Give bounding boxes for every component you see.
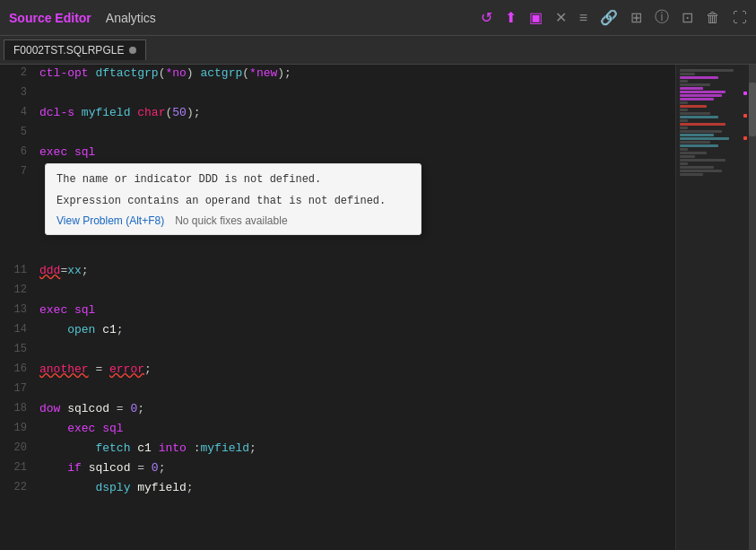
line-number: 3 <box>0 84 36 99</box>
upload-icon[interactable]: ⬆ <box>505 9 517 26</box>
line-content <box>36 380 675 396</box>
info-icon[interactable]: ⓘ <box>655 8 669 27</box>
line-number: 15 <box>0 341 36 355</box>
line-number: 14 <box>0 321 36 336</box>
line-content: ddd=xx; <box>36 262 675 277</box>
source-editor-tab[interactable]: Source Editor <box>9 11 91 25</box>
trash-icon[interactable]: 🗑 <box>706 10 720 26</box>
link-icon[interactable]: 🔗 <box>600 9 618 26</box>
line-content: ctl-opt dftactgrp(*no) actgrp(*new); <box>36 65 675 80</box>
file-tab[interactable]: F0002TST.SQLRPGLE <box>4 39 146 60</box>
line-content: dcl-s myfield char(50); <box>36 104 675 119</box>
line-content: exec sql <box>36 144 675 159</box>
line-number: 7 <box>0 163 36 178</box>
minimap-scroll-thumb[interactable] <box>749 83 756 136</box>
view-problem-link[interactable]: View Problem (Alt+F8) <box>56 214 164 227</box>
line-content: another = error; <box>36 361 675 376</box>
table-row: 6 exec sql <box>0 144 675 163</box>
add-panel-icon[interactable]: ⊡ <box>682 9 693 26</box>
line-content <box>36 84 675 100</box>
minimap-error-3 <box>743 136 747 140</box>
code-editor[interactable]: 2 ctl-opt dftactgrp(*no) actgrp(*new); 3… <box>0 65 675 550</box>
line-content: open c1; <box>36 321 675 336</box>
main-content: 2 ctl-opt dftactgrp(*no) actgrp(*new); 3… <box>0 65 756 550</box>
line-content: exec sql <box>36 420 675 435</box>
minimap-error-2 <box>743 114 747 118</box>
error-message-1: The name or indicator DDD is not defined… <box>56 171 410 188</box>
error-tooltip-container: 7 The name or indicator DDD is not defin… <box>0 163 675 262</box>
table-row: 11 ddd=xx; <box>0 262 675 282</box>
line-number: 4 <box>0 104 36 118</box>
line-number: 21 <box>0 459 36 474</box>
line-content: dow sqlcod = 0; <box>36 400 675 415</box>
topbar: Source Editor Analytics ↺ ⬆ ▣ ✕ ≡ 🔗 ⊞ ⓘ … <box>0 0 756 36</box>
tab-label: F0002TST.SQLRPGLE <box>13 44 124 57</box>
line-number: 16 <box>0 361 36 375</box>
minimap-error-1 <box>743 92 747 95</box>
code-lines: 2 ctl-opt dftactgrp(*no) actgrp(*new); 3… <box>0 65 675 550</box>
tooltip-footer: View Problem (Alt+F8) No quick fixes ava… <box>56 214 410 227</box>
table-row: 22 dsply myfield; <box>0 479 675 499</box>
close-x-icon[interactable]: ✕ <box>555 9 567 26</box>
menu-icon[interactable]: ≡ <box>579 10 587 26</box>
table-row: 13 exec sql <box>0 301 675 321</box>
table-row: 12 <box>0 282 675 301</box>
tab-modified-indicator <box>129 47 136 54</box>
table-row: 3 <box>0 84 675 104</box>
minimap-scrollbar[interactable] <box>749 65 756 550</box>
line-content: fetch c1 into :myfield; <box>36 440 675 455</box>
line-number: 22 <box>0 479 36 493</box>
save-icon[interactable]: ▣ <box>529 9 543 26</box>
line-number: 6 <box>0 144 36 158</box>
line-number: 5 <box>0 124 36 138</box>
no-quick-fix-text: No quick fixes available <box>175 214 287 227</box>
table-row: 14 open c1; <box>0 321 675 341</box>
line-number: 11 <box>0 262 36 276</box>
table-row: 21 if sqlcod = 0; <box>0 459 675 479</box>
line-number: 18 <box>0 400 36 415</box>
line-number: 19 <box>0 420 36 434</box>
line-number: 12 <box>0 282 36 296</box>
tab-bar: F0002TST.SQLRPGLE <box>0 36 756 65</box>
table-row: 18 dow sqlcod = 0; <box>0 400 675 420</box>
error-message-2: Expression contains an operand that is n… <box>56 193 410 209</box>
line-number: 17 <box>0 380 36 395</box>
table-row: 17 <box>0 380 675 400</box>
line-content: exec sql <box>36 301 675 317</box>
table-row: 4 dcl-s myfield char(50); <box>0 104 675 124</box>
line-number: 13 <box>0 301 36 316</box>
table-row: 20 fetch c1 into :myfield; <box>0 440 675 459</box>
table-row: 15 <box>0 341 675 361</box>
table-row: 2 ctl-opt dftactgrp(*no) actgrp(*new); <box>0 65 675 84</box>
line-number: 20 <box>0 440 36 454</box>
line-content: dsply myfield; <box>36 479 675 494</box>
error-tooltip: The name or indicator DDD is not defined… <box>45 163 421 235</box>
line-content <box>36 341 675 356</box>
fullscreen-icon[interactable]: ⛶ <box>733 10 747 26</box>
line-content: if sqlcod = 0; <box>36 459 675 475</box>
table-row: 5 <box>0 124 675 144</box>
line-content <box>36 124 675 139</box>
line-number: 2 <box>0 65 36 79</box>
line-content <box>36 282 675 297</box>
analytics-tab[interactable]: Analytics <box>106 11 156 25</box>
toolbar-icons: ↺ ⬆ ▣ ✕ ≡ 🔗 ⊞ ⓘ ⊡ 🗑 ⛶ <box>481 8 747 27</box>
table-row: 16 another = error; <box>0 361 675 380</box>
minimap <box>675 65 756 550</box>
minimap-content <box>676 65 756 550</box>
refresh-icon[interactable]: ↺ <box>481 9 492 26</box>
table-row: 19 exec sql <box>0 420 675 440</box>
pin-icon[interactable]: ⊞ <box>630 9 642 26</box>
